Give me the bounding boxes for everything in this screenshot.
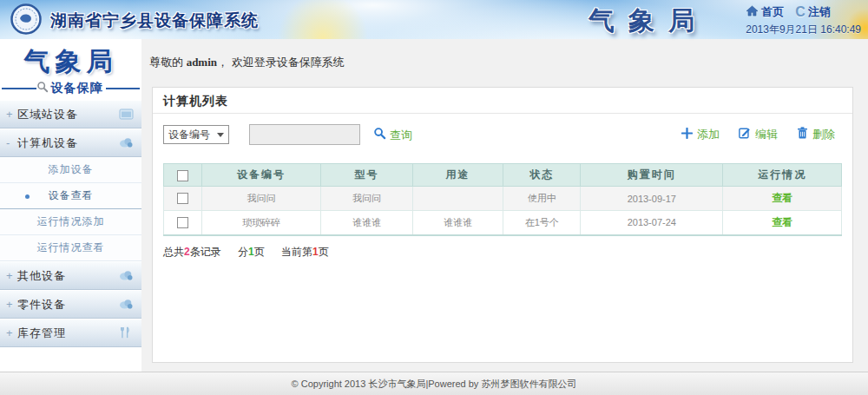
row-checkbox[interactable] xyxy=(177,217,188,228)
pagination: 总共2条记录 分1页 当前第1页 xyxy=(163,245,842,260)
expand-toggle: + xyxy=(6,269,17,282)
system-title: 湖南省宁乡县设备保障系统 xyxy=(50,10,259,32)
divider-line xyxy=(106,88,141,89)
select-all-checkbox[interactable] xyxy=(177,170,188,181)
home-icon xyxy=(746,5,759,19)
home-label: 首页 xyxy=(761,4,784,20)
add-label: 添加 xyxy=(697,127,720,142)
trash-icon xyxy=(797,127,808,142)
table-row: 我问问 我问问 使用中 2013-09-17 查看 xyxy=(164,187,842,211)
expand-toggle: - xyxy=(6,136,17,149)
total-records: 总共2条记录 xyxy=(163,246,221,258)
cloud-icon xyxy=(119,269,134,282)
sidebar-brand-title: 气象局 xyxy=(0,44,141,80)
submenu-add-device[interactable]: 添加设备 xyxy=(0,157,141,183)
current-page: 当前第1页 xyxy=(281,246,329,258)
search-icon xyxy=(373,127,386,143)
filter-selected-value: 设备编号 xyxy=(168,128,210,142)
search-label: 查询 xyxy=(390,128,412,143)
table-row: 琐琐碎碎 谁谁谁 谁谁谁 在1号个 2013-07-24 查看 xyxy=(164,211,842,235)
col-status: 状态 xyxy=(503,164,581,187)
computer-table: 设备编号 型号 用途 状态 购置时间 运行情况 我问问 我问问 使用中 2013… xyxy=(163,163,842,236)
cell-device-number: 我问问 xyxy=(201,187,320,211)
logout-label: 注销 xyxy=(808,4,831,20)
home-link[interactable]: 首页 xyxy=(746,4,784,20)
top-banner: 湖南省宁乡县设备保障系统 气象局 首页 C 注销 2013年9月21日 16:4… xyxy=(0,0,868,39)
header-nav: 首页 C 注销 2013年9月21日 16:40:49 xyxy=(746,4,861,37)
sidebar-item-label: 计算机设备 xyxy=(17,135,78,151)
selected-dot xyxy=(25,194,30,199)
window-icon xyxy=(119,108,134,121)
computer-equipment-submenu: 添加设备 设备查看 运行情况添加 运行情况查看 xyxy=(0,157,141,261)
tools-icon xyxy=(119,326,134,339)
row-checkbox[interactable] xyxy=(177,193,188,204)
cell-device-number: 琐琐碎碎 xyxy=(201,211,320,235)
cell-purpose xyxy=(412,187,503,211)
col-model: 型号 xyxy=(321,164,412,187)
page-count: 分1页 xyxy=(238,246,265,258)
sidebar-brand-subtitle-row: 设备保障 xyxy=(0,81,141,96)
magnifier-icon xyxy=(36,81,49,96)
welcome-username: admin xyxy=(187,56,217,69)
col-device-number: 设备编号 xyxy=(201,164,320,187)
welcome-message: 尊敬的 admin， 欢迎登录设备保障系统 xyxy=(149,55,345,70)
toolbar: 设备编号 查询 添加 xyxy=(163,122,842,149)
sidebar-brand-subtitle: 设备保障 xyxy=(51,81,103,96)
logout-icon: C xyxy=(795,4,806,20)
chevron-down-icon xyxy=(217,133,224,137)
table-header-row: 设备编号 型号 用途 状态 购置时间 运行情况 xyxy=(164,164,842,187)
logout-link[interactable]: C 注销 xyxy=(788,4,831,20)
welcome-prefix: 尊敬的 xyxy=(149,56,183,69)
cloud-icon xyxy=(119,298,134,311)
submenu-add-run-status[interactable]: 运行情况添加 xyxy=(0,209,141,235)
divider-line xyxy=(2,88,36,89)
edit-icon xyxy=(739,127,751,142)
cell-status: 使用中 xyxy=(503,187,581,211)
total-count: 2 xyxy=(184,246,190,258)
view-run-status-link[interactable]: 查看 xyxy=(772,192,792,204)
filter-field-select[interactable]: 设备编号 xyxy=(163,125,229,144)
cell-model: 我问问 xyxy=(321,187,412,211)
col-purchase-time: 购置时间 xyxy=(581,164,723,187)
sidebar-item-computer-equipment[interactable]: - 计算机设备 xyxy=(0,128,141,157)
sidebar-item-label: 库存管理 xyxy=(17,326,66,341)
search-button[interactable]: 查询 xyxy=(373,127,412,143)
sidebar-item-parts-equipment[interactable]: + 零件设备 xyxy=(0,290,141,319)
bureau-name: 气象局 xyxy=(589,3,708,39)
submenu-label: 运行情况查看 xyxy=(37,241,105,253)
submenu-label: 设备查看 xyxy=(49,189,94,201)
sidebar-item-regional-station[interactable]: + 区域站设备 xyxy=(0,100,141,128)
sidebar-item-label: 区域站设备 xyxy=(17,107,78,122)
pages-count: 1 xyxy=(248,246,254,258)
submenu-view-run-status[interactable]: 运行情况查看 xyxy=(0,235,141,261)
bureau-emblem-logo xyxy=(10,3,42,35)
add-button[interactable]: 添加 xyxy=(681,127,720,142)
cell-purpose: 谁谁谁 xyxy=(412,211,503,235)
sidebar-item-other-equipment[interactable]: + 其他设备 xyxy=(0,261,141,290)
sidebar-item-label: 零件设备 xyxy=(17,297,66,313)
table-actions: 添加 编辑 xyxy=(681,127,835,142)
current-page-number: 1 xyxy=(312,246,319,258)
edit-button[interactable]: 编辑 xyxy=(739,127,778,142)
col-purpose: 用途 xyxy=(412,164,503,187)
view-run-status-link[interactable]: 查看 xyxy=(772,216,792,228)
cell-purchase-time: 2013-07-24 xyxy=(581,211,723,235)
computer-list-panel: 计算机列表 设备编号 查询 添加 xyxy=(152,87,853,363)
plus-icon xyxy=(681,127,693,142)
expand-toggle: + xyxy=(6,108,17,121)
submenu-view-device[interactable]: 设备查看 xyxy=(0,183,141,209)
search-input[interactable] xyxy=(249,124,360,145)
submenu-label: 运行情况添加 xyxy=(37,215,105,227)
cell-model: 谁谁谁 xyxy=(321,211,412,235)
delete-label: 删除 xyxy=(812,127,835,142)
header-datetime: 2013年9月21日 16:40:49 xyxy=(746,23,861,37)
sidebar-item-label: 其他设备 xyxy=(17,268,66,284)
sidebar-brand: 气象局 设备保障 xyxy=(0,39,141,100)
panel-title: 计算机列表 xyxy=(153,88,852,114)
delete-button[interactable]: 删除 xyxy=(797,127,835,142)
col-run-status: 运行情况 xyxy=(723,164,842,187)
sidebar-item-inventory-management[interactable]: + 库存管理 xyxy=(0,319,141,347)
copyright-text: © Copyright 2013 长沙市气象局|Powered by 苏州梦图软… xyxy=(292,379,577,389)
expand-toggle: + xyxy=(6,298,17,311)
submenu-label: 添加设备 xyxy=(49,163,94,175)
